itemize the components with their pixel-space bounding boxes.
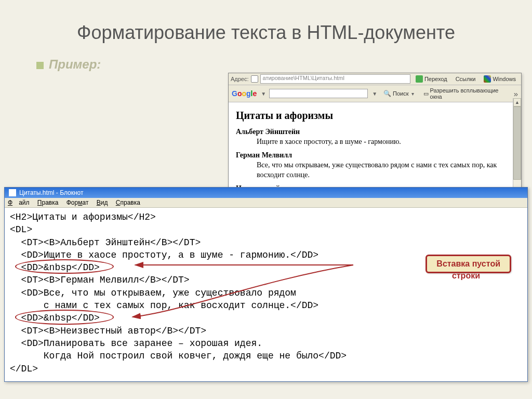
google-search-dd[interactable]: ▼ xyxy=(372,91,377,97)
page-heading: Цитаты и афоризмы xyxy=(236,110,506,122)
author-2: Герман Мелвилл xyxy=(236,151,506,159)
scroll-thumb[interactable] xyxy=(513,107,521,180)
menu-view[interactable]: Вид xyxy=(97,199,108,206)
notepad-titlebar: Цитаты.html - Блокнот xyxy=(5,188,527,198)
google-dropdown[interactable]: ▼ xyxy=(261,91,266,97)
notepad-code[interactable]: <H2>Цитаты и афоризмы</H2> <DL> <DT><B>А… xyxy=(5,208,527,381)
doc-icon xyxy=(9,189,16,196)
menu-help[interactable]: Справка xyxy=(116,199,140,206)
notepad-menubar: Файл Правка Формат Вид Справка xyxy=(5,198,527,208)
windows-label: Windows xyxy=(493,76,516,82)
address-bar: Адрес: атирование\HTML\Цитаты.html Перех… xyxy=(229,73,521,85)
nbsp-highlight-ellipse xyxy=(15,259,114,274)
google-toolbar: Google ▼ ▼ 🔍 Поиск ▾ ▭ Разрешить всплыва… xyxy=(229,85,521,102)
scroll-up-icon[interactable]: ▲ xyxy=(513,98,521,107)
toolbar-more[interactable]: » xyxy=(514,89,518,98)
search-icon: 🔍 xyxy=(383,90,391,97)
go-icon xyxy=(416,75,423,83)
address-label: Адрес: xyxy=(231,76,249,82)
callout-box: Вставка пустой xyxy=(425,255,511,273)
quote-1: Ищите в хаосе простоту, а в шуме - гармо… xyxy=(257,137,506,147)
popup-button[interactable]: ▭ Разрешить всплывающие окна xyxy=(420,87,511,100)
windows-icon xyxy=(484,75,491,83)
google-search-button[interactable]: 🔍 Поиск ▾ xyxy=(380,89,417,98)
windows-link[interactable]: Windows xyxy=(481,75,519,83)
menu-format[interactable]: Формат xyxy=(66,199,89,206)
notepad-title: Цитаты.html - Блокнот xyxy=(19,189,83,196)
author-1: Альберт Эйнштейн xyxy=(236,128,506,136)
quote-2: Все, что мы открываем, уже существовало … xyxy=(257,161,506,180)
popup-label: Разрешить всплывающие окна xyxy=(430,87,508,100)
page-icon xyxy=(251,75,258,83)
go-label: Переход xyxy=(424,76,447,82)
nbsp-highlight-ellipse xyxy=(15,310,114,324)
example-label: Пример: xyxy=(36,57,101,72)
callout-sub: строки xyxy=(452,271,480,281)
notepad-window: Цитаты.html - Блокнот Файл Правка Формат… xyxy=(4,187,528,382)
slide-title: Форматирование текста в HTML-документе xyxy=(0,12,532,49)
search-label: Поиск xyxy=(393,90,408,97)
google-search-input[interactable] xyxy=(269,89,368,98)
address-input[interactable]: атирование\HTML\Цитаты.html xyxy=(260,74,410,84)
popup-icon: ▭ xyxy=(423,90,429,97)
google-logo: Google xyxy=(232,89,257,98)
links-label: Ссылки xyxy=(453,75,479,83)
search-btn-dd[interactable]: ▾ xyxy=(411,91,414,97)
go-button[interactable]: Переход xyxy=(413,75,450,83)
menu-edit[interactable]: Правка xyxy=(37,199,59,206)
menu-file[interactable]: Файл xyxy=(8,199,30,206)
